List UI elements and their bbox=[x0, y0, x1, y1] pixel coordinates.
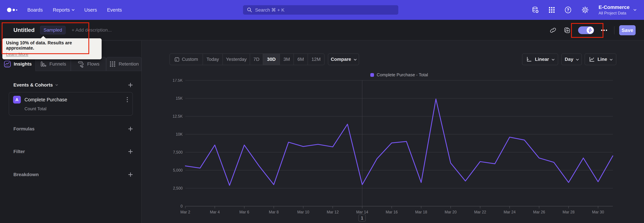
nav-item-reports[interactable]: Reports bbox=[53, 7, 74, 13]
flows-icon bbox=[78, 60, 84, 68]
range-12m[interactable]: 12M bbox=[308, 54, 324, 65]
logo-dot bbox=[7, 8, 12, 12]
search-input[interactable]: Search ⌘ + K bbox=[243, 5, 398, 15]
section-formulas[interactable]: Formulas bbox=[0, 124, 142, 134]
line-chart[interactable]: 02,5005,0007,50010K12.5K15K17.5KMar 2Mar… bbox=[171, 79, 620, 222]
nav-item-label: Users bbox=[84, 7, 97, 13]
compare-label: Compare bbox=[331, 57, 351, 62]
event-metric[interactable]: Count Total bbox=[9, 103, 132, 112]
y-axis-label: 12.5K bbox=[172, 114, 183, 119]
y-axis-label: 17.5K bbox=[172, 79, 183, 82]
range-custom[interactable]: Custom bbox=[170, 54, 203, 65]
sampled-badge[interactable]: Sampled bbox=[40, 26, 66, 34]
settings-gear-icon[interactable] bbox=[582, 6, 589, 14]
add-filter-button[interactable] bbox=[128, 149, 133, 154]
range-label: 12M bbox=[312, 57, 320, 62]
line-chart-icon bbox=[589, 56, 594, 62]
x-axis-label: Mar 12 bbox=[327, 210, 339, 214]
learn-more-link[interactable]: Learn More bbox=[6, 52, 28, 57]
events-cohorts-header[interactable]: Events & Cohorts bbox=[0, 80, 142, 90]
duplicate-plus-icon bbox=[564, 27, 570, 33]
add-formula-button[interactable] bbox=[128, 126, 133, 131]
scale-dropdown[interactable]: Linear bbox=[522, 53, 558, 65]
funnels-bars-icon bbox=[40, 60, 47, 68]
x-axis-label: Mar 6 bbox=[239, 210, 249, 214]
sampling-toggle[interactable] bbox=[578, 26, 594, 34]
x-axis-label: Mar 2 bbox=[180, 210, 190, 214]
linear-axis-icon bbox=[526, 56, 532, 62]
x-axis-label: Mar 14 bbox=[356, 210, 368, 214]
tooltip-text: Using 10% of data. Results are approxima… bbox=[6, 40, 98, 51]
range-3m[interactable]: 3M bbox=[280, 54, 294, 65]
logo-dot bbox=[16, 10, 17, 11]
nav-item-events[interactable]: Events bbox=[107, 7, 122, 13]
add-breakdown-button[interactable] bbox=[128, 172, 133, 177]
svg-text:?: ? bbox=[567, 8, 569, 13]
section-filter[interactable]: Filter bbox=[0, 147, 142, 156]
x-axis-label: Mar 20 bbox=[444, 210, 457, 214]
apps-grid-icon[interactable] bbox=[549, 7, 554, 13]
event-name[interactable]: Complete Purchase bbox=[24, 97, 122, 102]
page-number: 1 bbox=[361, 215, 363, 221]
nav-item-label: Reports bbox=[53, 7, 70, 13]
insights-chart-icon bbox=[4, 60, 11, 68]
copy-link-button[interactable] bbox=[550, 27, 556, 33]
link-icon bbox=[550, 27, 556, 33]
interval-dropdown[interactable]: Day bbox=[561, 53, 582, 65]
event-options-kebab[interactable] bbox=[126, 96, 128, 103]
range-label: Custom bbox=[182, 57, 198, 62]
add-description[interactable]: + Add description... bbox=[72, 27, 112, 33]
nav-item-users[interactable]: Users bbox=[84, 7, 97, 13]
search-placeholder: Search ⌘ + K bbox=[255, 7, 284, 13]
title-actions: Save bbox=[550, 20, 644, 41]
chevron-down-icon bbox=[576, 58, 579, 61]
x-axis-label: Mar 24 bbox=[504, 210, 516, 214]
tab-label: Retention bbox=[119, 61, 139, 67]
question-circle-icon: ? bbox=[564, 6, 572, 14]
range-6m[interactable]: 6M bbox=[294, 54, 308, 65]
compare-button[interactable]: Compare bbox=[328, 53, 359, 65]
nav-item-boards[interactable]: Boards bbox=[27, 7, 43, 13]
save-button[interactable]: Save bbox=[619, 25, 636, 35]
retention-dots-icon bbox=[109, 60, 116, 68]
data-management-icon[interactable] bbox=[532, 6, 539, 14]
pagination-page-1[interactable]: 1 bbox=[358, 214, 366, 221]
add-event-button[interactable] bbox=[128, 82, 133, 87]
section-label: Breakdown bbox=[14, 172, 39, 177]
chevron-down-icon bbox=[610, 58, 613, 61]
y-axis-label: 10K bbox=[176, 132, 183, 137]
query-builder-sidebar: Insights Funnels Flows bbox=[0, 41, 142, 223]
toggle-knob bbox=[587, 27, 594, 34]
duplicate-button[interactable] bbox=[564, 27, 570, 33]
search-icon bbox=[247, 7, 252, 13]
event-card[interactable]: A Complete Purchase Count Total bbox=[9, 92, 133, 116]
range-30d[interactable]: 30D bbox=[263, 54, 280, 65]
range-yesterday[interactable]: Yesterday bbox=[223, 54, 250, 65]
gear-icon bbox=[582, 6, 589, 14]
range-today[interactable]: Today bbox=[203, 54, 223, 65]
nav-item-label: Boards bbox=[27, 7, 43, 13]
chart-type-dropdown[interactable]: Line bbox=[585, 53, 616, 65]
top-nav: Boards Reports Users Events Search ⌘ + K bbox=[0, 0, 644, 20]
chevron-down-icon bbox=[634, 8, 636, 11]
tab-retention[interactable]: Retention bbox=[106, 57, 142, 71]
report-title[interactable]: Untitled bbox=[14, 27, 35, 33]
help-icon[interactable]: ? bbox=[564, 6, 572, 14]
range-7d[interactable]: 7D bbox=[250, 54, 263, 65]
chart-type-label: Line bbox=[598, 57, 607, 62]
grid-dots bbox=[549, 7, 554, 13]
mixpanel-insights-app: Boards Reports Users Events Search ⌘ + K bbox=[0, 0, 644, 223]
section-label: Filter bbox=[14, 149, 25, 154]
project-selector[interactable]: E-Commerce All Project Data bbox=[598, 4, 636, 16]
mixpanel-logo-icon[interactable] bbox=[7, 8, 17, 12]
more-options-button[interactable] bbox=[601, 30, 607, 31]
chart-legend[interactable]: Complete Purchase - Total bbox=[185, 72, 613, 77]
nav-right-group: ? E-Commerce All Project Data bbox=[532, 0, 644, 20]
section-breakdown[interactable]: Breakdown bbox=[0, 170, 142, 179]
event-series-badge: A bbox=[13, 96, 21, 103]
divider bbox=[614, 26, 614, 34]
calendar-icon bbox=[174, 57, 180, 62]
database-gear-icon bbox=[532, 6, 539, 14]
y-axis-label: 2,500 bbox=[173, 186, 183, 190]
chevron-down-icon bbox=[354, 58, 356, 61]
